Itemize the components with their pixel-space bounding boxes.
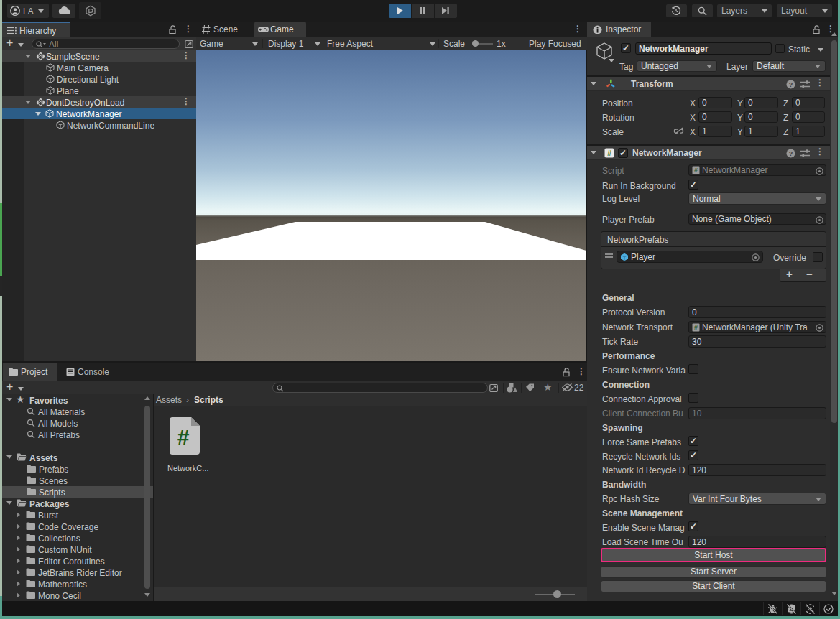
svg-text:#: # xyxy=(607,149,611,157)
svg-text:#: # xyxy=(694,324,698,331)
svg-text:?: ? xyxy=(789,150,793,157)
svg-text:?: ? xyxy=(789,81,793,88)
svg-text:#: # xyxy=(177,425,190,449)
svg-text:#: # xyxy=(694,167,698,174)
